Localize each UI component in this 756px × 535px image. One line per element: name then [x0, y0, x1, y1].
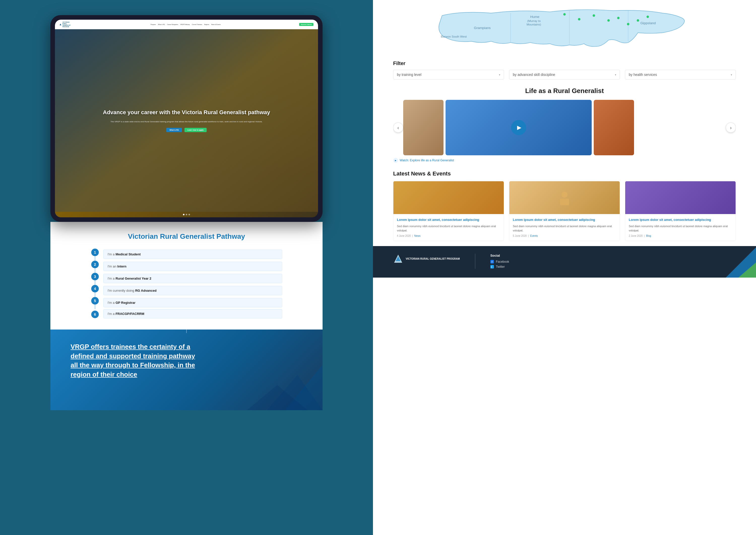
nav-trainees[interactable]: Current Trainees: [192, 24, 202, 25]
dropdown-arrow-3: ▾: [731, 73, 732, 76]
watch-link[interactable]: ▶ Watch: Explore life as a Rural General…: [393, 158, 736, 163]
tablet-nav: VICTORIAN RURAL GENERALIST PROGRAM Progr…: [55, 20, 318, 29]
advanced-skill-text: by advanced skill discipline: [513, 72, 555, 77]
svg-text:Hume: Hume: [530, 15, 539, 19]
svg-point-16: [593, 14, 595, 17]
victoria-map: Grampians Hume (Murray to Mountains) Gip…: [393, 5, 736, 55]
step-box-6[interactable]: I'm a FRACGP/FACRRM: [103, 309, 282, 319]
footer-logo-text: VICTORIAN RURAL GENERALIST PROGRAM: [406, 257, 460, 261]
step-box-2[interactable]: I'm an Intern: [103, 262, 282, 271]
life-title: Life as a Rural Generalist: [393, 87, 736, 95]
svg-text:Grampians: Grampians: [474, 26, 491, 30]
arrow-right-icon: ›: [730, 125, 732, 130]
hero-buttons: What is RG Learn how to apply: [103, 128, 270, 132]
twitter-link[interactable]: t Twitter: [490, 265, 509, 268]
pathway-step-5: 5 I'm a GP Registrar: [91, 297, 282, 309]
nav-whatisrg[interactable]: What is RG: [158, 24, 165, 25]
footer-logo: VICTORIAN RURAL GENERALIST PROGRAM: [393, 254, 460, 264]
news-card-2-title: Lorem ipsum dolor sit amet, consectetuer…: [513, 217, 616, 222]
tablet-hero-section: VICTORIAN RURAL GENERALIST PROGRAM Progr…: [55, 20, 318, 217]
step-box-5[interactable]: I'm a GP Registrar: [103, 298, 282, 307]
step-line-5: [95, 305, 95, 309]
svg-point-20: [637, 19, 639, 22]
news-card-1-title: Lorem ipsum dolor sit amet, consectetuer…: [397, 217, 500, 222]
step-line-2: [95, 268, 95, 273]
map-section: Grampians Hume (Murray to Mountains) Gip…: [373, 0, 756, 55]
news-card-1-image: [393, 181, 504, 214]
news-card-2-content: Lorem ipsum dolor sit amet, consectetuer…: [509, 214, 620, 241]
pathway-step-3: 3 I'm a Rural Generalist Year 2: [91, 273, 282, 285]
carousel-prev-button[interactable]: ‹: [393, 123, 403, 133]
training-level-text: by training level: [397, 72, 421, 77]
victoria-logo-icon: [60, 22, 62, 27]
tablet-hero-content: Advance your career with the Victoria Ru…: [55, 29, 318, 212]
news-card-1-content: Lorem ipsum dolor sit amet, consectetuer…: [393, 214, 504, 241]
training-level-dropdown[interactable]: by training level ▾: [393, 70, 504, 79]
svg-point-17: [607, 19, 610, 22]
news-card-1-desc: Sed diam nonummy nibh euismod tincidunt …: [397, 224, 500, 233]
play-button[interactable]: ▶: [511, 120, 526, 135]
health-services-dropdown[interactable]: by health services ▾: [625, 70, 736, 79]
people-image: [403, 100, 444, 155]
facebook-text: Facebook: [496, 260, 509, 264]
svg-point-22: [561, 192, 568, 198]
twitter-icon: t: [490, 265, 494, 268]
news-card-2-date: 5 June 2020: [513, 235, 527, 237]
svg-text:Gippsland: Gippsland: [640, 21, 656, 25]
dot-3[interactable]: [188, 214, 190, 215]
news-card-1[interactable]: Lorem ipsum dolor sit amet, consectetuer…: [393, 181, 504, 241]
blue-bottom-title: VRGP offers trainees the certainty of a …: [70, 342, 197, 379]
step-box-1[interactable]: I'm a Medical Student: [103, 250, 282, 259]
step-connector-6: 6: [91, 311, 99, 318]
advanced-skill-dropdown[interactable]: by advanced skill discipline ▾: [509, 70, 620, 79]
nav-program[interactable]: Program: [151, 24, 156, 25]
svg-text:(Murray to: (Murray to: [527, 19, 541, 22]
step-box-3[interactable]: I'm a Rural Generalist Year 2: [103, 274, 282, 283]
footer-decorative-shapes: [706, 247, 756, 278]
svg-point-15: [578, 18, 580, 20]
nav-career[interactable]: Career Navigation: [167, 24, 178, 25]
step-number-3: 3: [91, 273, 99, 280]
express-interest-button[interactable]: Express Interest: [299, 23, 313, 26]
step-box-4[interactable]: I'm currently doing RG Advanced: [103, 286, 282, 295]
footer-social: Social f Facebook t Twitter: [490, 254, 509, 270]
nav-regions[interactable]: Regions: [204, 24, 209, 25]
nav-news[interactable]: News & Events: [211, 24, 221, 25]
hero-title: Advance your career with the Victoria Ru…: [103, 109, 270, 116]
what-is-rg-button[interactable]: What is RG: [166, 128, 182, 132]
carousel-next-button[interactable]: ›: [726, 123, 736, 133]
facebook-icon: f: [490, 260, 494, 264]
nav-vrgp[interactable]: VRGP Pathway: [180, 24, 190, 25]
step-connector-1: 1: [91, 249, 99, 261]
learn-apply-button[interactable]: Learn how to apply: [184, 128, 207, 132]
dot-2[interactable]: [186, 214, 187, 215]
carousel-side-left: [403, 100, 444, 155]
pathway-step-1: 1 I'm a Medical Student: [91, 249, 282, 261]
carousel-images: ▶: [403, 100, 726, 155]
tablet-logo-text: VICTORIAN RURAL GENERALIST PROGRAM: [63, 21, 72, 27]
hero-description: The VRGP is a state-wide end-to-end Rura…: [103, 120, 270, 123]
blue-bottom-section: VRGP offers trainees the certainty of a …: [50, 329, 323, 410]
news-card-2-image: [509, 181, 620, 214]
news-card-3[interactable]: Lorem ipsum dolor sit amet, consectetuer…: [625, 181, 736, 241]
watch-play-icon: ▶: [393, 158, 398, 163]
carousel-main-image: ▶: [446, 100, 592, 155]
footer-shapes: [706, 247, 756, 278]
watch-text: Watch: Explore life as a Rural Generalis…: [400, 158, 454, 162]
step-connector-4: 4: [91, 285, 99, 297]
twitter-text: Twitter: [496, 265, 505, 268]
dot-1[interactable]: [183, 214, 184, 215]
left-panel: VICTORIAN RURAL GENERALIST PROGRAM Progr…: [0, 0, 373, 535]
step-number-4: 4: [91, 285, 99, 293]
building-image: [594, 100, 634, 155]
carousel-side-right: [594, 100, 634, 155]
pathway-step-4: 4 I'm currently doing RG Advanced: [91, 285, 282, 297]
news-section: Latest News & Events Lorem ipsum dolor s…: [373, 168, 756, 246]
carousel-dots: [55, 212, 318, 217]
facebook-link[interactable]: f Facebook: [490, 260, 509, 264]
news-card-2[interactable]: Lorem ipsum dolor sit amet, consectetuer…: [509, 181, 620, 241]
step-number-5: 5: [91, 297, 99, 305]
news-card-3-meta: 2 June 2020 | Blog: [629, 235, 732, 237]
svg-text:Mountains): Mountains): [526, 23, 541, 26]
dropdown-arrow-1: ▾: [499, 73, 500, 76]
